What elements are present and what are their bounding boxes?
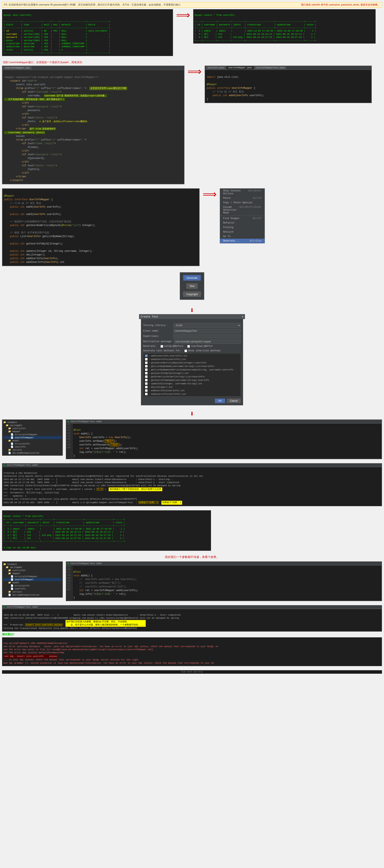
select-userinfo-block: mysql> select * from userinfo; +----+---… (193, 9, 376, 43)
run-bar-3: ▶ UserInfoMapperTest.add4 (66, 562, 382, 565)
tree-articleinfo[interactable]: 📄 ArticleInfo (3, 442, 62, 445)
method-item-del[interactable]: ○ del(Integer):int (144, 385, 240, 389)
tab-userinfo-xml[interactable]: UserInfoMapper.xml (3, 66, 32, 69)
section-test-code: 📁 example 📁 springmb2 📁 controller 📁 map… (2, 420, 382, 459)
tree2-articleinfo[interactable]: 📄 ArticleInfo (3, 584, 62, 587)
tree2-springmb2app[interactable]: 📄 SpringMb2Application (3, 593, 62, 596)
ok-button[interactable]: OK (215, 399, 225, 403)
tree2-userinfo-model[interactable]: 📄 UserInfo (3, 587, 62, 590)
copyright-text: CCZU Dark And Gray (181, 671, 203, 673)
tree-userinfomapper[interactable]: 📄 UserInfoMapper (3, 436, 62, 439)
section-mapper-context: @Mapper public interface UserInfoMapper … (2, 188, 382, 266)
dest-package-input[interactable] (174, 340, 241, 344)
ctx-show-context-actions[interactable]: Show Context Actions Alt+Enter (220, 189, 264, 196)
arrow-right-3: ⟹ (203, 188, 217, 200)
tree2-mapper[interactable]: 📁 mapper (3, 572, 62, 575)
class-name-input[interactable] (173, 329, 241, 333)
tree-example[interactable]: 📁 example (3, 421, 62, 424)
top-note-right: 我们假设 userinfo 表中的 username, password, ph… (301, 3, 380, 6)
ctx-goto[interactable]: Go To (220, 234, 264, 239)
tree-userinfo-model[interactable]: 📄 UserInfo (3, 445, 62, 448)
tree-mapper[interactable]: 📁 mapper (3, 430, 62, 433)
tree-model[interactable]: 📁 model (3, 439, 62, 442)
mybatis-xml-code: <mapper namespace="com.example.springmb2… (2, 70, 184, 184)
ctx-refactor[interactable]: Refactor (220, 221, 264, 225)
ctx-generate[interactable]: Generate... Alt+Inse (220, 239, 264, 243)
run-icon-3[interactable]: ▶ (68, 562, 69, 565)
desc-userinfo-block: mysql> desc userinfo; +------------+----… (2, 9, 173, 56)
run-label-4: UserInfoMapperTest.add4 (7, 606, 38, 608)
destination-package-field: Destination package: (143, 340, 241, 344)
method-item-adduserinfo[interactable]: ○ addUserInfo(UserInfo):int (144, 389, 240, 392)
copyright-bar: CCZU Dark And Gray (2, 670, 382, 674)
tree2-userinfomapper[interactable]: 📄 UserInfoMapper (3, 578, 62, 581)
dialog-title: Create Test ✕ (139, 314, 245, 319)
ctx-analyze[interactable]: Analyze (220, 230, 264, 234)
run-label: UserInfoMapperTest.add4 (71, 420, 102, 423)
section-console-1: ▶ UserInfoMapperTest.add4 Creating a new… (2, 463, 382, 506)
superclass-input[interactable] (173, 334, 241, 338)
select-cmd: mysql> select * from userinfo; (195, 14, 235, 17)
section-mysql-result-1: mysql> select * from userinfo; +----+---… (2, 510, 382, 551)
run-icon-4[interactable]: ▶ (4, 606, 5, 608)
ctx-copy-paste-special[interactable]: Copy / Paste Special (220, 200, 264, 205)
tab-userinfoMapperTest-java[interactable]: UserInfoMapperTest.java (254, 66, 286, 69)
copyright-button[interactable]: Copyright (183, 291, 201, 297)
method-item-getlistname[interactable]: ○ getListByNameAndArticlesByUsername(Str… (144, 368, 240, 371)
testing-library-field: Testing library: JUnit5 (143, 323, 241, 328)
method-item-getuser[interactable]: ○ getUserAndArticleByUid3(Integer):UserI… (144, 361, 240, 365)
ctx-paste[interactable]: Paste Ctrl+V (220, 196, 264, 200)
tree-springmb2app[interactable]: 📄 SpringMb2Application (3, 452, 62, 455)
tree2-example[interactable]: 📁 example (3, 563, 62, 566)
test-button[interactable]: Test (186, 283, 198, 289)
tree-springmb2[interactable]: 📁 springmb2 (3, 424, 62, 427)
tree2-springmb2[interactable]: 📁 springmb2 (3, 566, 62, 569)
generate-test-methods-label: Generate test methods for: (143, 349, 181, 352)
method-item-getorderlist[interactable]: ○ getOrderListOrder(String):List<UserInf… (144, 375, 240, 378)
run-icon-2[interactable]: ▶ (4, 464, 5, 466)
summary-annotation-1: 现在我们一个参数都不传递，来看个效果。 (2, 555, 382, 559)
testing-library-select[interactable]: JUnit5 (173, 323, 241, 328)
test-passed-label: 测试通过!! (2, 632, 382, 636)
run-label-2: UserInfoMapperTest.add4 (7, 464, 38, 466)
method-item-add2[interactable]: ○ add2UserInfo(UserInfo):int (144, 358, 240, 361)
tree-service[interactable]: 📁 service (3, 448, 62, 452)
annotation-find-mapper: 找到 UserInfoMapper接口，在里面加一个新的方法add4，用来演示: (2, 60, 382, 65)
method-item-add2userinfo[interactable]: ○ add2UserInfo(UserInfo):int (144, 392, 240, 396)
section-console-2: ▶ UserInfoMapperTest.add4 2022-08-10 22:… (2, 605, 382, 666)
method-item-getlist[interactable]: ○ getListByByName(username:String):List<… (144, 365, 240, 368)
arrow-down-2: ⬇ (2, 409, 382, 418)
context-menu: Show Context Actions Alt+Enter Paste Ctr… (220, 188, 265, 243)
testing-library-label: Testing library: (143, 324, 172, 327)
mapper-interface-code: import java.util.List; @Mapper public in… (205, 70, 372, 103)
ctx-column-selection[interactable]: Column Selection Mode Alt+Shift+Inser (220, 205, 264, 215)
method-item-add4[interactable]: ✓ add4(UserInfo:UserInfo):int (144, 354, 240, 358)
section-find-mapper: 找到 UserInfoMapper接口，在里面加一个新的方法add4，用来演示:… (2, 60, 382, 184)
superclass-label: Superclass: (143, 335, 172, 338)
section-test-code-2: 📁 example 📁 springmb2 📁 controller 📁 map… (2, 561, 382, 601)
tree2-controller[interactable]: 📁 controller (3, 569, 62, 572)
generate-label: Generate: (143, 345, 156, 348)
run-bar-2: ▶ UserInfoMapperTest.add4 (2, 463, 382, 467)
ctx-folding[interactable]: Folding (220, 225, 264, 230)
tree2-service[interactable]: 📁 service (3, 590, 62, 593)
generate-button[interactable]: Generate (183, 275, 201, 281)
test-method-code-2: @Test void add4() { // UserInfo userInfo… (72, 565, 382, 601)
mysql-result-1: mysql> select * from userinfo; +----+---… (2, 510, 211, 551)
method-item-getuserbyid[interactable]: ○ getUserInfoById(Integer):int (144, 371, 240, 375)
tab-userinfoMapper-java[interactable]: UserInfoMapper.java (226, 66, 254, 69)
method-item-update[interactable]: ○ updateId(Integer, username:String):int (144, 382, 240, 385)
tab-userinfo-java[interactable]: UserInfo.java (206, 66, 226, 69)
cancel-button[interactable]: Cancel (227, 399, 241, 403)
tree2-model[interactable]: 📁 model (3, 581, 62, 584)
tree-controller[interactable]: 📁 controller (3, 427, 62, 430)
tree-articleinfomapper[interactable]: 📄 ArticleInfoMapper (3, 433, 62, 436)
tree2-articleinfomapper[interactable]: 📄 ArticleInfoMapper (3, 575, 62, 578)
line-numbers-1: 141142143144145146147148149 (66, 423, 72, 459)
console-output-2: 2022-08-10 22:35:50.039 INFO V112 --- [ … (2, 609, 382, 631)
method-item-getuserbyname[interactable]: ○ getUserInfoByName(username:String):Use… (144, 378, 240, 382)
run-icon[interactable]: ▶ (68, 420, 69, 423)
dialog-close-icon[interactable]: ✕ (242, 315, 243, 318)
console-output-1: Creating a new SqlSession SqlSession [or… (2, 467, 382, 506)
ctx-find-usages[interactable]: Find Usages Alt+F7 (220, 216, 264, 221)
